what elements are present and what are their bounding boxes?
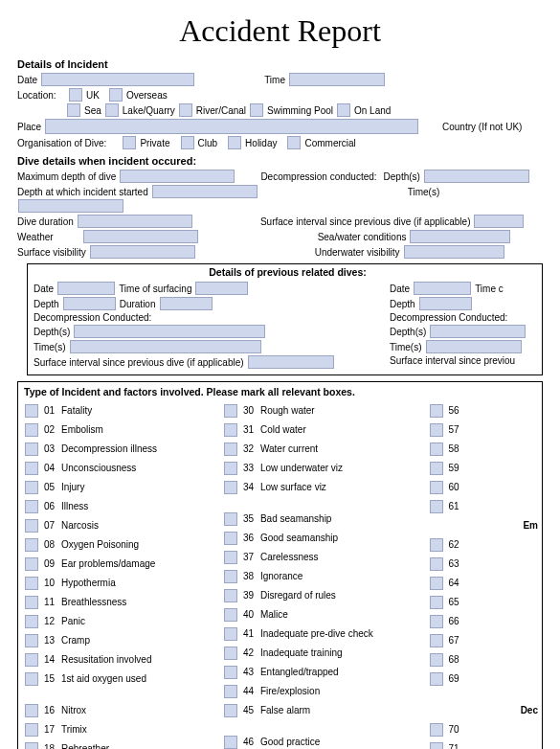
factor-checkbox[interactable] [224,462,237,475]
factor-checkbox[interactable] [224,404,237,418]
factor-checkbox[interactable] [430,672,443,686]
factor-checkbox[interactable] [25,672,38,686]
factor-checkbox[interactable] [224,627,237,641]
prev-surfint-field[interactable] [248,355,334,369]
factor-checkbox[interactable] [224,666,237,679]
factor-checkbox[interactable] [25,653,38,667]
prev-depth-field[interactable] [63,297,116,310]
weather-label: Weather [17,232,54,242]
times-field[interactable] [18,199,123,213]
factor-checkbox[interactable] [224,423,237,437]
factor-checkbox[interactable] [430,443,443,456]
factor-number: 05 [44,482,61,492]
uk-checkbox[interactable] [69,88,82,102]
factor-checkbox[interactable] [430,615,443,628]
swimmingpool-checkbox[interactable] [250,103,263,117]
lakequarry-checkbox[interactable] [105,103,119,117]
factor-checkbox[interactable] [224,512,237,526]
factor-label: Narcosis [61,520,99,531]
factor-checkbox[interactable] [25,443,38,456]
factor-checkbox[interactable] [224,551,237,564]
factor-checkbox[interactable] [25,481,38,494]
uk-label: UK [86,90,100,101]
factor-checkbox[interactable] [224,443,237,456]
time-field[interactable] [289,73,385,86]
factor-checkbox[interactable] [25,723,38,737]
factor-checkbox[interactable] [25,634,38,647]
factor-checkbox[interactable] [224,685,237,698]
depthstart-field[interactable] [152,185,258,198]
date-field[interactable] [41,73,194,86]
diveduration-field[interactable] [78,215,192,228]
factor-checkbox[interactable] [25,423,38,437]
prev-date2-field[interactable] [414,282,471,295]
prev-depths2-field[interactable] [430,325,526,338]
factor-checkbox[interactable] [430,723,443,737]
factor-checkbox[interactable] [430,596,443,609]
factor-checkbox[interactable] [25,538,38,552]
factor-checkbox[interactable] [430,538,443,552]
factor-checkbox[interactable] [25,596,38,609]
factor-label: Malice [260,609,288,620]
depths-field[interactable] [424,170,529,183]
factor-checkbox[interactable] [430,500,443,513]
factor-checkbox[interactable] [430,404,443,418]
club-checkbox[interactable] [181,136,194,149]
factor-checkbox[interactable] [224,589,237,602]
rivercanal-label: River/Canal [196,105,246,116]
factor-checkbox[interactable] [25,742,38,750]
place-field[interactable] [45,119,418,134]
factor-checkbox[interactable] [25,500,38,513]
factor-checkbox[interactable] [224,736,237,749]
private-checkbox[interactable] [123,136,136,149]
factor-number: 03 [44,443,61,454]
factor-checkbox[interactable] [224,704,237,717]
factor-checkbox[interactable] [224,481,237,494]
overseas-checkbox[interactable] [109,88,123,102]
onland-checkbox[interactable] [337,103,350,117]
maxdepth-field[interactable] [120,170,235,183]
surfviz-field[interactable] [90,245,195,259]
factor-checkbox[interactable] [430,462,443,475]
location-label: Location: [17,90,65,101]
prev-depths-field[interactable] [74,325,265,338]
factor-checkbox[interactable] [25,557,38,571]
factor-checkbox[interactable] [25,462,38,475]
factor-checkbox[interactable] [224,608,237,622]
factor-checkbox[interactable] [25,404,38,418]
factor-number: 38 [243,571,260,581]
factor-checkbox[interactable] [430,557,443,571]
factor-number: 57 [449,424,466,435]
sea-checkbox[interactable] [67,103,80,117]
factor-checkbox[interactable] [430,577,443,590]
factor-checkbox[interactable] [224,570,237,583]
prev-date-field[interactable] [57,282,115,295]
prev-times-field[interactable] [70,340,261,353]
prev-duration-field[interactable] [160,297,213,310]
factor-checkbox[interactable] [224,532,237,545]
factor-checkbox[interactable] [224,647,237,660]
rivercanal-checkbox[interactable] [179,103,192,117]
prev-depth2-label: Depth [390,299,415,309]
prev-times2-field[interactable] [426,340,522,353]
factor-checkbox[interactable] [430,423,443,437]
underviz-field[interactable] [404,245,504,259]
prev-depth2-field[interactable] [419,297,472,310]
factor-checkbox[interactable] [25,577,38,590]
factor-checkbox[interactable] [25,519,38,533]
factor-checkbox[interactable] [430,653,443,667]
factor-checkbox[interactable] [430,742,443,750]
prev-timeofsurf-field[interactable] [195,282,248,295]
factor-checkbox[interactable] [25,704,38,717]
seacond-field[interactable] [410,230,510,243]
commercial-checkbox[interactable] [287,136,301,149]
prev-duration-label: Duration [120,299,156,309]
holiday-checkbox[interactable] [228,136,241,149]
factor-checkbox[interactable] [430,481,443,494]
weather-field[interactable] [83,230,198,243]
factor-number: 09 [44,558,61,569]
factor-number: 35 [243,513,260,524]
surfint-field[interactable] [474,215,524,228]
factor-checkbox[interactable] [430,634,443,647]
factor-checkbox[interactable] [25,615,38,628]
